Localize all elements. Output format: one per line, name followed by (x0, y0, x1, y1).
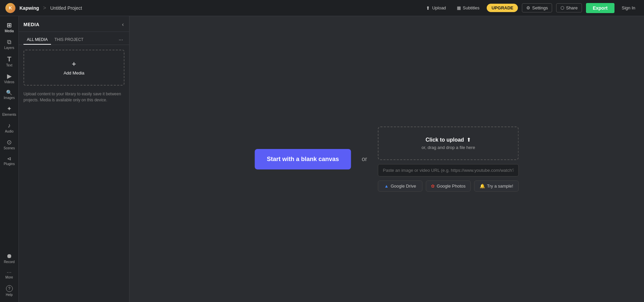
google-photos-label: Google Photos (437, 184, 466, 189)
subtitles-button[interactable]: ▦ Subtitles (453, 4, 483, 12)
google-photos-button[interactable]: ✿ Google Photos (426, 181, 471, 192)
share-button[interactable]: ⬡ Share (556, 3, 582, 12)
media-hint-text: Upload content to your library to easily… (23, 91, 124, 103)
url-input[interactable] (378, 164, 519, 177)
upload-button[interactable]: ⬆ Upload (423, 4, 449, 12)
videos-icon: ▶ (7, 73, 12, 79)
breadcrumb-separator: > (43, 5, 46, 11)
sidebar-label-plugins: Plugins (4, 162, 15, 166)
blank-canvas-button[interactable]: Start with a blank canvas (255, 149, 351, 169)
add-media-label: Add Media (63, 70, 84, 76)
sidebar-label-media: Media (5, 29, 14, 33)
sidebar-item-text[interactable]: T Text (0, 52, 18, 70)
record-icon: ⏺ (6, 253, 12, 259)
sidebar-label-images: Images (4, 96, 15, 100)
sidebar-label-layers: Layers (4, 46, 14, 50)
upload-inline-icon: ⬆ (467, 137, 471, 143)
sidebar-item-scenes[interactable]: ⊙ Scenes (0, 136, 18, 153)
sidebar-item-elements[interactable]: ✦ Elements (0, 102, 18, 119)
media-tab-group: ALL MEDIA THIS PROJECT (23, 35, 87, 45)
sidebar-label-text: Text (6, 63, 12, 67)
more-icon: ··· (7, 270, 12, 274)
upload-actions: ▲ Google Drive ✿ Google Photos 🔔 Try a s… (378, 181, 519, 192)
try-sample-button[interactable]: 🔔 Try a sample! (474, 181, 519, 192)
google-drive-icon: ▲ (384, 184, 389, 189)
media-panel: MEDIA ‹ ALL MEDIA THIS PROJECT ··· + Add… (19, 16, 129, 302)
scenes-icon: ⊙ (7, 139, 12, 145)
tab-all-media[interactable]: ALL MEDIA (23, 35, 51, 45)
try-sample-label: Try a sample! (487, 184, 513, 189)
media-tab-more-button[interactable]: ··· (117, 36, 124, 44)
sidebar-item-help[interactable]: ? Help (0, 282, 18, 299)
upload-area: Click to upload ⬆ or, drag and drop a fi… (378, 127, 519, 192)
media-panel-body: + Add Media Upload content to your libra… (19, 45, 129, 302)
add-media-box[interactable]: + Add Media (23, 50, 124, 86)
sidebar-label-more: More (5, 275, 13, 279)
upload-drop-box[interactable]: Click to upload ⬆ or, drag and drop a fi… (378, 127, 519, 160)
settings-label: Settings (532, 5, 548, 10)
layers-icon: ⧉ (7, 39, 11, 45)
audio-icon: ♪ (8, 122, 11, 129)
sidebar-label-scenes: Scenes (4, 146, 15, 150)
canvas-center-content: Start with a blank canvas or Click to up… (255, 127, 519, 192)
top-navigation: K Kapwing > Untitled Project ⬆ Upload ▦ … (0, 0, 644, 16)
images-icon: 🔍 (6, 90, 12, 95)
media-panel-header: MEDIA ‹ (19, 16, 129, 32)
upload-drag-text: or, drag and drop a file here (422, 145, 475, 150)
collapse-panel-button[interactable]: ‹ (121, 21, 124, 28)
sidebar-label-help: Help (6, 293, 13, 297)
sidebar-item-audio[interactable]: ♪ Audio (0, 119, 18, 136)
sidebar-label-audio: Audio (5, 130, 14, 133)
sidebar-item-record[interactable]: ⏺ Record (0, 250, 18, 266)
brand-name: Kapwing (19, 5, 39, 11)
settings-button[interactable]: ⚙ Settings (522, 3, 552, 12)
upload-label: Upload (432, 5, 446, 10)
upload-click-row: Click to upload ⬆ (426, 137, 471, 143)
google-drive-label: Google Drive (391, 184, 416, 189)
project-name: Untitled Project (50, 5, 82, 11)
subtitles-label: Subtitles (463, 5, 480, 10)
sidebar-item-plugins[interactable]: ⊲ Plugins (0, 153, 18, 168)
sidebar-item-layers[interactable]: ⧉ Layers (0, 36, 18, 52)
sidebar-item-videos[interactable]: ▶ Videos (0, 70, 18, 87)
upload-click-text: Click to upload (426, 137, 464, 143)
add-media-plus-icon: + (72, 60, 76, 68)
signin-link[interactable]: Sign In (619, 4, 639, 12)
google-photos-icon: ✿ (431, 184, 435, 189)
sidebar-label-videos: Videos (4, 80, 14, 84)
sidebar-item-media[interactable]: ⊞ Media (0, 19, 18, 36)
plugins-icon: ⊲ (7, 156, 11, 161)
canvas-area: Start with a blank canvas or Click to up… (129, 16, 644, 302)
text-icon: T (7, 56, 11, 62)
sidebar-item-images[interactable]: 🔍 Images (0, 87, 18, 102)
sidebar-label-elements: Elements (2, 113, 16, 116)
upload-icon: ⬆ (426, 5, 430, 11)
sidebar-item-more[interactable]: ··· More (0, 266, 18, 282)
elements-icon: ✦ (7, 106, 12, 112)
share-label: Share (566, 5, 578, 10)
app-logo: K (5, 3, 15, 13)
main-layout: ⊞ Media ⧉ Layers T Text ▶ Videos 🔍 Image… (0, 16, 644, 302)
media-panel-title: MEDIA (23, 22, 40, 27)
left-sidebar: ⊞ Media ⧉ Layers T Text ▶ Videos 🔍 Image… (0, 16, 19, 302)
or-separator: or (362, 156, 367, 163)
media-icon: ⊞ (7, 22, 12, 28)
export-button[interactable]: Export (586, 3, 614, 13)
share-icon: ⬡ (560, 5, 564, 10)
tab-this-project[interactable]: THIS PROJECT (51, 35, 87, 45)
settings-icon: ⚙ (526, 5, 530, 10)
media-panel-tabs: ALL MEDIA THIS PROJECT ··· (19, 32, 129, 45)
help-icon: ? (6, 285, 13, 292)
try-sample-icon: 🔔 (480, 184, 485, 189)
sidebar-label-record: Record (4, 260, 14, 264)
google-drive-button[interactable]: ▲ Google Drive (378, 181, 423, 192)
upgrade-button[interactable]: UPGRADE (487, 4, 518, 12)
subtitles-icon: ▦ (457, 5, 461, 10)
